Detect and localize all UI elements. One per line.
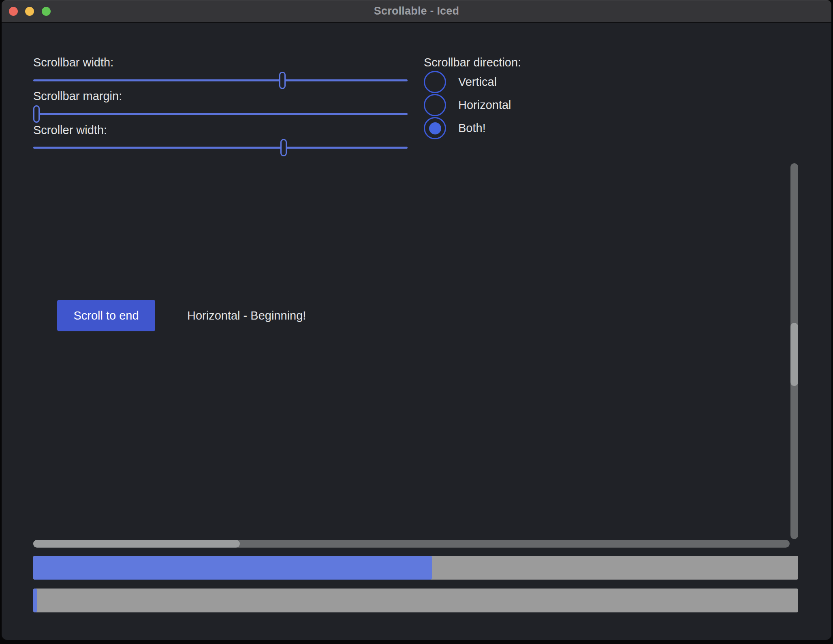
scrollbar-margin-label: Scrollbar margin:: [33, 90, 122, 103]
scrollbar-width-label: Scrollbar width:: [33, 56, 113, 69]
horizontal-scroll-progressbar: [33, 589, 798, 612]
radio-option-vertical[interactable]: Vertical: [424, 71, 497, 93]
scrollbar-width-slider[interactable]: [33, 72, 408, 90]
radio-option-label: Both!: [458, 122, 486, 135]
slider-handle[interactable]: [33, 105, 40, 123]
titlebar: Scrollable - Iced: [2, 0, 831, 23]
progressbar-fill: [33, 589, 37, 612]
minimize-button[interactable]: [25, 7, 34, 16]
radio-circle-icon[interactable]: [424, 71, 446, 93]
radio-selected-dot: [429, 122, 441, 134]
slider-rail[interactable]: [33, 113, 408, 115]
radio-option-label: Horizontal: [458, 98, 511, 112]
vertical-scrollbar-track[interactable]: [790, 163, 798, 539]
radio-option-both[interactable]: Both!: [424, 117, 486, 139]
radio-option-label: Vertical: [458, 75, 497, 89]
window-title: Scrollable - Iced: [374, 5, 459, 17]
zoom-button[interactable]: [42, 7, 51, 16]
horizontal-scrollbar-thumb[interactable]: [33, 540, 240, 548]
vertical-scroll-progressbar: [33, 556, 798, 580]
scrollbar-margin-slider[interactable]: [33, 105, 408, 123]
radio-circle-icon[interactable]: [424, 117, 446, 139]
radio-option-horizontal[interactable]: Horizontal: [424, 94, 511, 116]
slider-rail[interactable]: [33, 79, 408, 81]
app-window: Scrollable - Iced Scrollbar width: Scrol…: [2, 0, 831, 640]
slider-handle[interactable]: [280, 139, 287, 156]
scroller-width-label: Scroller width:: [33, 124, 107, 137]
radio-circle-icon[interactable]: [424, 94, 446, 116]
close-button[interactable]: [9, 7, 18, 16]
progressbar-fill: [33, 556, 432, 580]
scroll-status-text: Horizontal - Beginning!: [187, 300, 306, 331]
scroll-to-end-button[interactable]: Scroll to end: [57, 300, 155, 331]
slider-rail[interactable]: [33, 147, 408, 149]
scrollbar-direction-label: Scrollbar direction:: [424, 56, 521, 69]
slider-handle[interactable]: [279, 72, 286, 89]
scroller-width-slider[interactable]: [33, 139, 408, 157]
horizontal-scrollbar-track[interactable]: [33, 540, 790, 548]
vertical-scrollbar-thumb[interactable]: [790, 323, 798, 386]
